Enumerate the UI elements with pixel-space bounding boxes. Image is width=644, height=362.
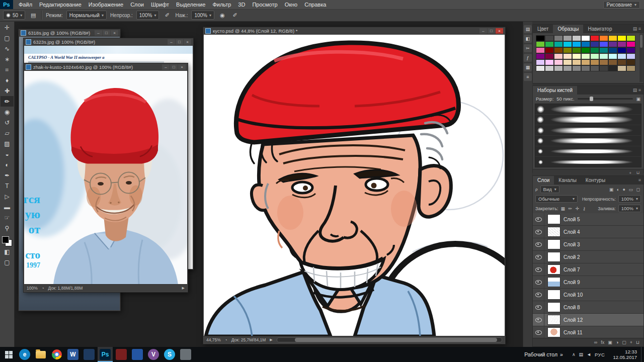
panel-menu-icon[interactable]: ▤ ≡ <box>633 25 643 33</box>
marquee-tool-button[interactable]: ▢ <box>1 33 14 43</box>
layer-thumbnail[interactable] <box>547 302 560 312</box>
brush-preset-row[interactable] <box>535 136 641 146</box>
menu-item[interactable]: Изображение <box>85 0 127 9</box>
brush-preset-row[interactable] <box>535 104 641 115</box>
color-swatch[interactable] <box>581 41 590 47</box>
foreground-color-chip[interactable] <box>2 236 9 243</box>
layer-filter-icons[interactable]: ▣ ◐ ● ▭ ◻ <box>609 187 641 192</box>
zoom-level[interactable]: 100% <box>27 286 38 291</box>
color-swatch[interactable] <box>599 35 608 41</box>
layer-thumbnail[interactable] <box>547 315 560 325</box>
maximize-button[interactable]: □ <box>176 39 183 45</box>
layer-thumbnail[interactable] <box>547 227 560 237</box>
close-button[interactable]: × <box>184 39 191 45</box>
brush-preset-row[interactable] <box>535 146 641 157</box>
brush-tool-button[interactable]: ✏ <box>1 96 14 107</box>
maximize-button[interactable]: □ <box>170 64 178 70</box>
color-swatch[interactable] <box>572 53 581 59</box>
color-swatch[interactable] <box>581 65 590 71</box>
maximize-button[interactable]: □ <box>488 28 495 34</box>
slider-thumb[interactable] <box>590 97 593 101</box>
panel-menu-icon[interactable]: ≡ <box>638 176 643 185</box>
visibility-toggle[interactable] <box>533 326 544 338</box>
color-swatch[interactable] <box>626 53 635 59</box>
menu-item[interactable]: Справка <box>301 0 330 9</box>
panel-icon-menu[interactable]: ≡ <box>524 73 532 81</box>
layer-thumbnail[interactable] <box>547 264 560 275</box>
layer-row[interactable]: Слой 10 <box>533 289 643 301</box>
lasso-tool-button[interactable]: ∿ <box>1 43 14 54</box>
magic-wand-tool-button[interactable]: ∗ <box>1 54 14 64</box>
delete-preset-icon[interactable]: ⊔ <box>636 170 639 175</box>
color-swatch[interactable] <box>536 59 545 65</box>
color-swatch[interactable] <box>554 35 563 41</box>
layer-row[interactable]: Слой 9 <box>533 276 643 289</box>
menu-item[interactable]: Файл <box>15 0 36 9</box>
flow-select[interactable]: 100% ▾ <box>191 11 214 20</box>
color-swatch[interactable] <box>536 47 545 53</box>
taskbar-app-button[interactable] <box>130 347 145 362</box>
color-swatch[interactable] <box>563 53 572 59</box>
color-swatch[interactable] <box>545 59 554 65</box>
color-swatch[interactable] <box>572 59 581 65</box>
pen-tool-button[interactable]: ✒ <box>1 170 14 180</box>
color-swatch[interactable] <box>572 35 581 41</box>
layer-row[interactable]: Слой 8 <box>533 301 643 314</box>
color-swatch[interactable] <box>626 35 635 41</box>
color-swatch[interactable] <box>545 65 554 71</box>
color-swatch[interactable] <box>581 53 590 59</box>
color-swatch[interactable] <box>608 41 617 47</box>
panel-icon-channels[interactable]: ▦ <box>524 63 532 71</box>
color-swatch[interactable] <box>617 47 626 53</box>
layer-row[interactable]: Слой 3 <box>533 238 643 251</box>
color-swatch[interactable] <box>545 35 554 41</box>
tab-color[interactable]: Цвет <box>533 25 553 33</box>
color-swatch[interactable] <box>545 41 554 47</box>
color-swatch[interactable] <box>554 59 563 65</box>
chevron-up-icon[interactable]: ∧ <box>572 352 576 357</box>
visibility-toggle[interactable] <box>533 289 544 301</box>
status-info-icon[interactable]: ◔ <box>42 286 44 291</box>
menu-item[interactable]: Окно <box>281 0 301 9</box>
color-swatch[interactable] <box>599 53 608 59</box>
blur-tool-button[interactable]: ◒ <box>1 149 14 159</box>
layer-row[interactable]: Слой 4 <box>533 226 643 238</box>
scrollbar-thumb[interactable] <box>295 338 497 342</box>
move-tool-button[interactable]: ✛ <box>1 22 14 33</box>
new-brush-icon[interactable]: ▣ <box>636 97 640 102</box>
tab-brush-presets[interactable]: Наборы кистей <box>533 86 577 95</box>
brush-preset-row[interactable] <box>535 125 641 136</box>
status-menu-arrow-icon[interactable]: ▶ <box>182 286 185 290</box>
healing-brush-tool-button[interactable]: ✚ <box>1 85 14 96</box>
color-swatch[interactable] <box>545 53 554 59</box>
layer-row[interactable]: Слой 7 <box>533 263 643 276</box>
maximize-button[interactable]: □ <box>103 30 110 36</box>
path-selection-tool-button[interactable]: ▷ <box>1 191 14 202</box>
color-swatch[interactable] <box>554 41 563 47</box>
color-swatch[interactable] <box>536 53 545 59</box>
menu-item[interactable]: Шрифт <box>147 0 173 9</box>
layers-panel-icon[interactable]: ▢ <box>622 340 626 345</box>
language-indicator[interactable]: РУС <box>595 352 605 357</box>
taskbar-app-button[interactable] <box>178 347 193 362</box>
new-preset-icon[interactable]: ＋ <box>628 170 632 175</box>
color-swatch[interactable] <box>626 65 635 71</box>
network-icon[interactable]: ▤ <box>579 352 583 357</box>
quick-mask-button[interactable]: ◧ <box>1 246 14 257</box>
window-title-bar[interactable]: 6318s.jpg @ 100% (RGB/8#) – □ × <box>19 29 120 37</box>
color-swatch[interactable] <box>581 35 590 41</box>
color-swatch[interactable] <box>554 53 563 59</box>
visibility-toggle[interactable] <box>533 314 544 326</box>
color-swatch[interactable] <box>626 59 635 65</box>
panel-icon-properties[interactable]: ▤ <box>524 25 532 33</box>
shape-tool-button[interactable]: ▬ <box>1 202 14 212</box>
color-swatch[interactable] <box>563 59 572 65</box>
clone-stamp-tool-button[interactable]: ◉ <box>1 107 14 117</box>
layer-thumbnail[interactable] <box>547 239 560 249</box>
color-swatch[interactable] <box>581 59 590 65</box>
pen-pressure-size-icon[interactable]: ✐ <box>230 11 239 19</box>
color-swatch[interactable] <box>626 47 635 53</box>
color-swatch[interactable] <box>617 65 626 71</box>
type-tool-button[interactable]: T <box>1 180 14 191</box>
color-swatch[interactable] <box>617 59 626 65</box>
